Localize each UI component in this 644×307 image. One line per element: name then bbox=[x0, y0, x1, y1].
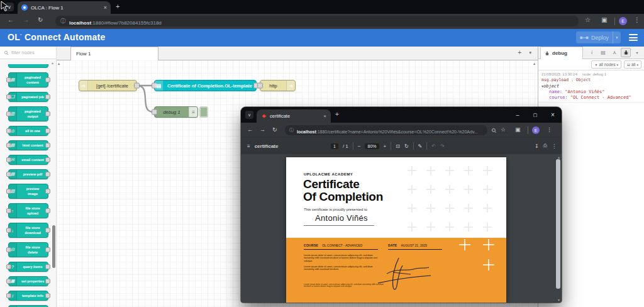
node-output-port[interactable] bbox=[45, 77, 50, 82]
tab-close-icon[interactable]: × bbox=[323, 113, 326, 119]
node-output-port[interactable] bbox=[45, 143, 50, 148]
node-output-port[interactable] bbox=[45, 157, 50, 162]
pdf-more-icon[interactable]: ⋮ bbox=[552, 143, 557, 149]
node-debug[interactable]: debug 1 ≡ bbox=[154, 106, 198, 118]
site-info-icon[interactable]: ⓘ bbox=[60, 18, 65, 25]
bookmark-star-icon[interactable]: ☆ bbox=[501, 126, 506, 133]
node-output-port[interactable] bbox=[45, 228, 50, 233]
filter-nodes-button[interactable]: ▼all nodes▾ bbox=[591, 60, 621, 69]
back-icon[interactable]: ← bbox=[8, 16, 14, 23]
palette-node[interactable]: ❏ paginated job bbox=[8, 92, 48, 102]
node-http-in[interactable]: ➔ [get] /certificate bbox=[79, 80, 137, 91]
site-info-icon[interactable]: ⓘ bbox=[289, 127, 294, 133]
palette-filter[interactable] bbox=[0, 47, 57, 59]
popup-menu-icon[interactable]: ⋮ bbox=[547, 126, 552, 133]
annotate-icon[interactable]: ✎ bbox=[418, 143, 423, 149]
forward-icon[interactable]: → bbox=[260, 126, 265, 133]
sidebar-more-icon[interactable]: ▾ bbox=[632, 48, 642, 57]
download-icon[interactable]: ↧ bbox=[535, 143, 539, 149]
debug-tab-icon[interactable] bbox=[621, 48, 631, 57]
profile-avatar[interactable]: E bbox=[619, 17, 627, 25]
deploy-button[interactable]: Deploy ▾ bbox=[576, 31, 621, 43]
add-flow-icon[interactable]: + bbox=[518, 49, 521, 56]
tab-flow-1[interactable]: Flow 1 bbox=[70, 47, 158, 60]
node-output-port[interactable] bbox=[45, 111, 50, 116]
palette-node[interactable]: ▥ paginated output bbox=[8, 106, 48, 121]
node-output-port[interactable] bbox=[45, 172, 50, 177]
help-tab-icon[interactable]: ▤ bbox=[598, 48, 608, 57]
page-number-input[interactable]: 1 bbox=[331, 143, 338, 149]
tab-close-icon[interactable]: × bbox=[104, 4, 107, 11]
palette-node[interactable]: ▧ preview image bbox=[8, 184, 48, 199]
node-input-port[interactable] bbox=[152, 109, 157, 115]
palette-node[interactable]: ? query items bbox=[8, 262, 48, 272]
pdf-scrollbar[interactable] bbox=[556, 159, 560, 289]
palette-node[interactable]: ▤ paginated content bbox=[8, 72, 48, 87]
main-menu-icon[interactable] bbox=[629, 34, 638, 41]
palette-node[interactable]: ✉ email content bbox=[8, 155, 48, 165]
new-tab-button[interactable]: + bbox=[335, 111, 339, 118]
extensions-icon[interactable]: ▣ bbox=[601, 16, 607, 23]
palette-node[interactable]: ▤ preview pdf bbox=[8, 169, 48, 179]
node-output-port[interactable] bbox=[45, 264, 50, 269]
node-output-port[interactable] bbox=[45, 189, 50, 194]
pdf-viewport[interactable]: UPLOLACME ACADEMY CertificateOf Completi… bbox=[241, 154, 562, 303]
forward-icon[interactable]: → bbox=[23, 16, 29, 23]
palette-node[interactable]: ◎ all in one bbox=[8, 126, 48, 136]
palette-node[interactable]: ↑ file store upload bbox=[8, 203, 48, 218]
rotate-icon[interactable]: ↻ bbox=[404, 143, 409, 149]
browser-tab[interactable]: OLCA : Flow 1 × bbox=[18, 1, 111, 14]
clear-messages-button[interactable]: ⊟all▾ bbox=[624, 60, 641, 69]
node-output-port[interactable] bbox=[45, 247, 50, 252]
filter-nodes-input[interactable] bbox=[11, 50, 52, 55]
popup-title-bar[interactable]: ∨ certificate × + – ▢ × bbox=[241, 107, 562, 123]
back-icon[interactable]: ← bbox=[247, 126, 253, 133]
node-output-port[interactable] bbox=[45, 293, 50, 298]
address-bar[interactable]: ⓘ localhost:1880/#flow/7b82084155fc318d bbox=[55, 16, 579, 26]
node-input-port[interactable] bbox=[257, 83, 263, 89]
info-tab-icon[interactable]: i bbox=[587, 48, 597, 57]
wire[interactable] bbox=[137, 86, 153, 112]
window-close-icon[interactable]: × bbox=[544, 107, 562, 123]
node-output-port[interactable] bbox=[45, 279, 50, 284]
zoom-out-icon[interactable]: − bbox=[358, 143, 361, 149]
tab-debug[interactable]: debug bbox=[540, 47, 583, 59]
popup-tab[interactable]: certificate × bbox=[257, 109, 331, 123]
new-tab-button[interactable]: + bbox=[116, 3, 119, 10]
palette-node[interactable]: ▤ html content bbox=[8, 140, 48, 150]
redo-icon[interactable]: ↷ bbox=[440, 143, 445, 149]
palette-scrollbar[interactable] bbox=[52, 225, 55, 268]
bookmark-star-icon[interactable]: ☆ bbox=[585, 16, 591, 23]
reload-icon[interactable]: ↻ bbox=[272, 126, 277, 133]
extensions-icon[interactable]: ▣ bbox=[515, 126, 521, 133]
scrollbar-down-icon[interactable]: ▾ bbox=[558, 298, 560, 302]
undo-icon[interactable]: ↶ bbox=[431, 143, 436, 149]
debug-object-toggle[interactable]: ▼object bbox=[541, 84, 641, 89]
tab-search-button[interactable]: ∨ bbox=[245, 111, 253, 119]
debug-enable-toggle[interactable] bbox=[199, 106, 208, 118]
node-output-port[interactable] bbox=[45, 208, 50, 213]
window-minimize-icon[interactable]: – bbox=[509, 107, 526, 123]
flow-list-icon[interactable]: ▾ bbox=[529, 50, 531, 55]
profile-avatar[interactable]: E bbox=[532, 126, 540, 134]
node-template[interactable]: ▤ Certificate of Completion.OL-template bbox=[154, 80, 257, 91]
node-output-port[interactable] bbox=[45, 94, 50, 99]
context-tab-icon[interactable]: Y bbox=[609, 48, 619, 57]
zoom-in-icon[interactable]: + bbox=[384, 143, 387, 149]
node-output-port[interactable] bbox=[45, 128, 50, 133]
reload-icon[interactable]: ↻ bbox=[38, 16, 43, 23]
deploy-options-icon[interactable]: ▾ bbox=[613, 31, 621, 43]
browser-menu-icon[interactable]: ⋮ bbox=[634, 16, 640, 23]
node-http-response[interactable]: http ➔ bbox=[260, 80, 296, 91]
print-icon[interactable]: ⎙ bbox=[543, 143, 547, 149]
palette-node[interactable]: i template info bbox=[8, 291, 48, 301]
fit-page-icon[interactable]: ⊡ bbox=[396, 143, 400, 149]
window-maximize-icon[interactable]: ▢ bbox=[526, 107, 544, 123]
palette-node-partial[interactable] bbox=[8, 64, 48, 68]
pdf-menu-icon[interactable]: ≡ bbox=[247, 143, 250, 149]
zoom-page-icon[interactable] bbox=[491, 128, 497, 133]
scrollbar-up-icon[interactable]: ▴ bbox=[558, 155, 560, 159]
palette-node[interactable]: ⊟ file store delete bbox=[8, 242, 48, 257]
palette-node[interactable]: ▦ set properties bbox=[8, 276, 48, 286]
palette-node[interactable]: ↓ file store download bbox=[8, 223, 48, 238]
